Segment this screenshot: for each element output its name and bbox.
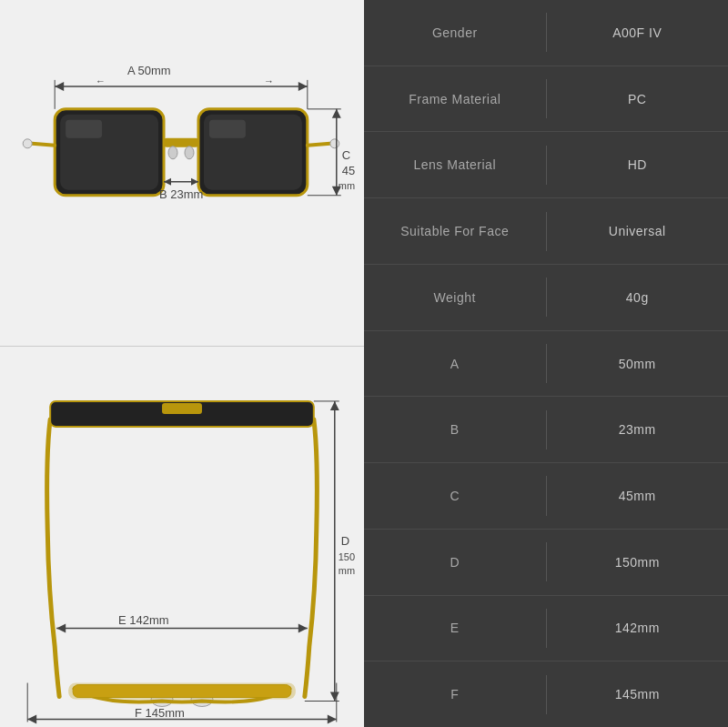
svg-rect-7	[164, 138, 198, 147]
spec-label: C	[364, 489, 546, 503]
svg-line-8	[32, 144, 55, 146]
spec-value: HD	[547, 157, 729, 172]
spec-row: E142mm	[364, 596, 728, 662]
svg-text:45: 45	[342, 164, 355, 177]
svg-point-9	[23, 139, 32, 148]
spec-label: E	[364, 621, 546, 635]
diagram-panel: A 50mm ← → B 23mm C 45 mm	[0, 0, 364, 727]
spec-label: Frame Material	[364, 92, 546, 106]
spec-value: A00F IV	[547, 25, 729, 40]
spec-row: C45mm	[364, 463, 728, 530]
spec-value: Universal	[547, 224, 729, 238]
svg-text:mm: mm	[339, 180, 355, 191]
svg-text:D: D	[341, 533, 349, 547]
svg-rect-36	[162, 402, 202, 413]
spec-value: 40g	[547, 290, 729, 305]
svg-rect-40	[73, 684, 291, 697]
svg-point-11	[330, 139, 339, 148]
svg-text:C: C	[342, 148, 350, 162]
spec-value: PC	[547, 92, 729, 106]
spec-label: A	[364, 357, 546, 371]
spec-row: B23mm	[364, 397, 728, 463]
spec-label: Gender	[364, 25, 546, 40]
spec-label: Suitable For Face	[364, 224, 546, 238]
spec-row: F145mm	[364, 661, 728, 727]
svg-line-10	[308, 144, 330, 146]
spec-label: B	[364, 422, 546, 437]
front-view-diagram: A 50mm ← → B 23mm C 45 mm	[0, 0, 364, 346]
svg-text:F  145mm: F 145mm	[135, 706, 185, 720]
svg-text:B 23mm: B 23mm	[159, 187, 203, 201]
svg-text:E  142mm: E 142mm	[118, 612, 169, 626]
spec-row: Lens MaterialHD	[364, 132, 728, 198]
svg-text:A  50mm: A 50mm	[127, 64, 171, 77]
spec-value: 142mm	[547, 621, 729, 635]
svg-text:150: 150	[339, 550, 355, 561]
spec-value: 145mm	[547, 687, 729, 702]
svg-rect-3	[66, 120, 102, 138]
svg-text:mm: mm	[339, 564, 355, 575]
spec-label: F	[364, 687, 546, 702]
spec-value: 23mm	[547, 422, 729, 437]
spec-value: 50mm	[547, 357, 729, 371]
spec-row: GenderA00F IV	[364, 0, 728, 66]
spec-row: Frame MaterialPC	[364, 66, 728, 133]
spec-value: 150mm	[547, 555, 729, 570]
spec-label: D	[364, 555, 546, 570]
spec-row: Weight40g	[364, 265, 728, 331]
spec-value: 45mm	[547, 489, 729, 503]
svg-text:←: ←	[96, 76, 106, 86]
spec-row: D150mm	[364, 530, 728, 596]
spec-row: A50mm	[364, 331, 728, 398]
spec-row: Suitable For FaceUniversal	[364, 198, 728, 265]
specs-panel: GenderA00F IVFrame MaterialPCLens Materi…	[364, 0, 728, 727]
spec-label: Lens Material	[364, 157, 546, 172]
svg-text:→: →	[264, 76, 274, 86]
svg-point-12	[168, 146, 177, 159]
svg-point-13	[185, 146, 194, 159]
side-view-diagram: D 150 mm E 142mm F 145mm	[0, 347, 364, 727]
spec-label: Weight	[364, 290, 546, 305]
svg-rect-6	[209, 120, 246, 138]
